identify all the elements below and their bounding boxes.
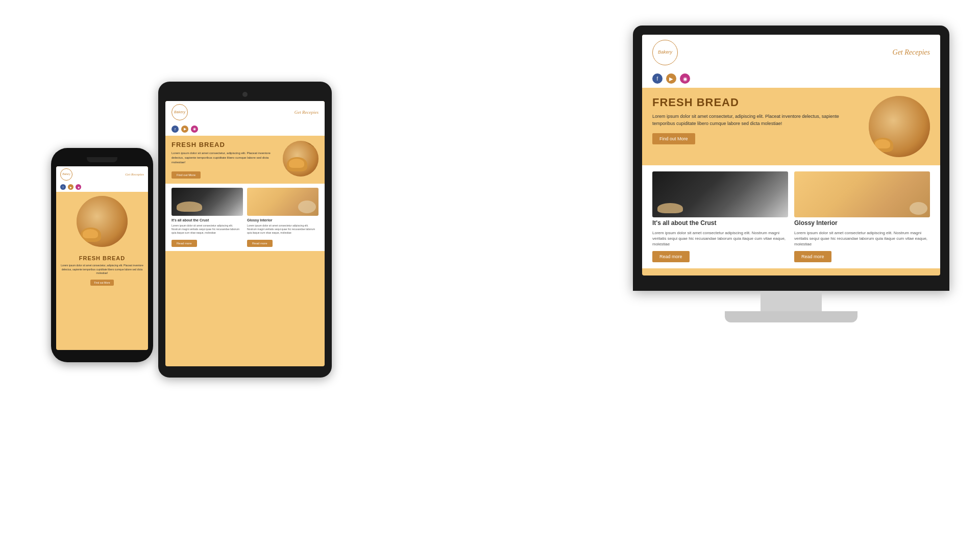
tablet-instagram-icon[interactable]: ◉ xyxy=(191,126,198,133)
monitor-device: Bakery Get Recepies f ▶ ◉ FRESH xyxy=(633,26,949,322)
tablet-hero-title: FRESH BREAD xyxy=(172,141,278,148)
tablet-site-header: Bakery Get Recepies xyxy=(165,101,325,123)
tablet-find-out-more-button[interactable]: Find out More xyxy=(172,171,201,179)
monitor-facebook-icon[interactable]: f xyxy=(652,73,663,84)
tablet-hero-image: Fresh Out the Oven xyxy=(283,141,318,177)
tablet-device: Bakery Get Recepies f ▶ ◉ FRESH xyxy=(158,82,332,378)
tablet-card-2-read-more-button[interactable]: Read more xyxy=(247,240,273,247)
phone-hero-section: Fresh Out the Oven FRESH BREAD Lorem ips… xyxy=(56,192,148,290)
phone-bread-slice xyxy=(81,228,101,242)
tablet-bread-circle: Fresh Out the Oven xyxy=(283,141,318,177)
phone-youtube-icon[interactable]: ▶ xyxy=(68,184,74,190)
phone-bezel: Bakery Get Recepies f ▶ ◉ xyxy=(51,148,153,362)
monitor-bezel: Bakery Get Recepies f ▶ ◉ FRESH xyxy=(633,26,949,291)
tablet-card-2-title: Glossy Interior xyxy=(247,218,318,222)
tablet-screen: Bakery Get Recepies f ▶ ◉ FRESH xyxy=(165,101,325,366)
tablet-hero-section: FRESH BREAD Lorem ipsum dolor sit amet c… xyxy=(165,136,325,184)
tablet-logo: Bakery xyxy=(172,104,188,120)
monitor-card-2-image xyxy=(794,171,930,217)
phone-logo: Bakery xyxy=(60,168,72,181)
tablet-website: Bakery Get Recepies f ▶ ◉ FRESH xyxy=(165,101,325,366)
monitor-card-1-image xyxy=(652,171,788,217)
monitor-screen: Bakery Get Recepies f ▶ ◉ FRESH xyxy=(642,35,940,276)
tablet-dough-img xyxy=(247,188,318,216)
phone-hero-title: FRESH BREAD xyxy=(60,255,144,261)
tablet-card-1-body: Lorem ipsum dolor sit amet consectetur a… xyxy=(172,224,243,235)
phone-screen: Bakery Get Recepies f ▶ ◉ xyxy=(56,166,148,350)
monitor-card-1-body: Lorem ipsum dolor sit amet consectetur a… xyxy=(652,230,788,247)
phone-website: Bakery Get Recepies f ▶ ◉ xyxy=(56,166,148,350)
phone-hero-image: Fresh Out the Oven xyxy=(77,196,128,247)
monitor-logo: Bakery xyxy=(652,40,678,65)
monitor-hero-image: Fresh Out the Oven xyxy=(869,96,930,157)
tablet-tagline: Get Recepies xyxy=(295,110,318,115)
tablet-hero-text: FRESH BREAD Lorem ipsum dolor sit amet c… xyxy=(172,141,278,179)
monitor-card-2-body: Lorem ipsum dolor sit amet consectetur a… xyxy=(794,230,930,247)
tablet-card-2-body: Lorem ipsum dolor sit amet consectetur a… xyxy=(247,224,318,235)
monitor-logo-text: Bakery xyxy=(658,50,672,55)
phone-social-bar: f ▶ ◉ xyxy=(56,183,148,192)
monitor-site-header: Bakery Get Recepies xyxy=(642,35,940,70)
phone-tagline: Get Recepies xyxy=(125,172,144,177)
tablet-logo-text: Bakery xyxy=(174,110,185,114)
phone-logo-text: Bakery xyxy=(62,173,70,176)
phone-logo-circle: Bakery xyxy=(60,168,72,181)
tablet-bezel: Bakery Get Recepies f ▶ ◉ FRESH xyxy=(158,82,332,378)
phone-device: Bakery Get Recepies f ▶ ◉ xyxy=(51,148,153,362)
monitor-card-2: Glossy Interior Lorem ipsum dolor sit am… xyxy=(794,171,930,262)
monitor-stand-neck xyxy=(761,291,822,311)
monitor-card-2-title: Glossy Interior xyxy=(794,219,930,228)
monitor-dough-img xyxy=(794,171,930,217)
phone-hero-body: Lorem ipsum dolor sit amet consectetur, … xyxy=(60,264,144,276)
monitor-bread-dark-img xyxy=(652,171,788,217)
monitor-tagline: Get Recepies xyxy=(893,48,930,57)
monitor-card-1: It's all about the Crust Lorem ipsum dol… xyxy=(652,171,788,262)
monitor-card-2-read-more-button[interactable]: Read more xyxy=(794,251,831,262)
tablet-social-bar: f ▶ ◉ xyxy=(165,123,325,136)
tablet-bread-slice xyxy=(287,157,307,171)
phone-hero-text: FRESH BREAD Lorem ipsum dolor sit amet c… xyxy=(60,255,144,286)
tablet-fresh-label: Fresh Out the Oven xyxy=(301,141,318,151)
monitor-stand-base xyxy=(725,311,857,322)
main-scene: Bakery Get Recepies f ▶ ◉ FRESH xyxy=(0,0,980,551)
monitor-hero-text: FRESH BREAD Lorem ipsum dolor sit amet c… xyxy=(652,96,861,144)
tablet-card-1: It's all about the Crust Lorem ipsum dol… xyxy=(172,188,243,247)
monitor-instagram-icon[interactable]: ◉ xyxy=(680,73,690,84)
phone-bread-circle: Fresh Out the Oven xyxy=(77,196,128,247)
tablet-logo-circle: Bakery xyxy=(172,104,188,120)
tablet-card-2: Glossy Interior Lorem ipsum dolor sit am… xyxy=(247,188,318,247)
phone-site-header: Bakery Get Recepies xyxy=(56,166,148,183)
monitor-bread-circle: Fresh Out the Oven xyxy=(869,96,930,157)
phone-facebook-icon[interactable]: f xyxy=(60,184,66,190)
monitor-hero-section: FRESH BREAD Lorem ipsum dolor sit amet c… xyxy=(642,88,940,165)
tablet-youtube-icon[interactable]: ▶ xyxy=(181,126,188,133)
tablet-card-1-read-more-button[interactable]: Read more xyxy=(172,240,197,247)
phone-find-out-more-button[interactable]: Find out More xyxy=(90,280,114,286)
monitor-find-out-more-button[interactable]: Find out More xyxy=(652,133,695,144)
tablet-card-2-image xyxy=(247,188,318,216)
tablet-hero-body: Lorem ipsum dolor sit amet consectetur, … xyxy=(172,151,278,165)
tablet-bread-dark-img xyxy=(172,188,243,216)
monitor-hero-body: Lorem ipsum dolor sit amet consectetur, … xyxy=(652,113,861,127)
monitor-social-bar: f ▶ ◉ xyxy=(642,70,940,88)
monitor-website: Bakery Get Recepies f ▶ ◉ FRESH xyxy=(642,35,940,276)
monitor-card-1-read-more-button[interactable]: Read more xyxy=(652,251,690,262)
phone-notch xyxy=(87,157,117,162)
monitor-fresh-label: Fresh Out the Oven xyxy=(904,96,930,109)
tablet-cards-section: It's all about the Crust Lorem ipsum dol… xyxy=(165,184,325,251)
monitor-card-1-title: It's all about the Crust xyxy=(652,219,788,228)
monitor-cards-section: It's all about the Crust Lorem ipsum dol… xyxy=(642,165,940,268)
monitor-logo-circle: Bakery xyxy=(652,40,678,65)
tablet-card-1-image xyxy=(172,188,243,216)
monitor-youtube-icon[interactable]: ▶ xyxy=(666,73,676,84)
phone-instagram-icon[interactable]: ◉ xyxy=(76,184,81,190)
tablet-camera xyxy=(242,92,248,97)
monitor-bread-slice xyxy=(873,138,893,152)
monitor-hero-title: FRESH BREAD xyxy=(652,96,861,109)
tablet-facebook-icon[interactable]: f xyxy=(172,126,179,133)
tablet-card-1-title: It's all about the Crust xyxy=(172,218,243,222)
phone-fresh-label: Fresh Out the Oven xyxy=(114,196,128,204)
